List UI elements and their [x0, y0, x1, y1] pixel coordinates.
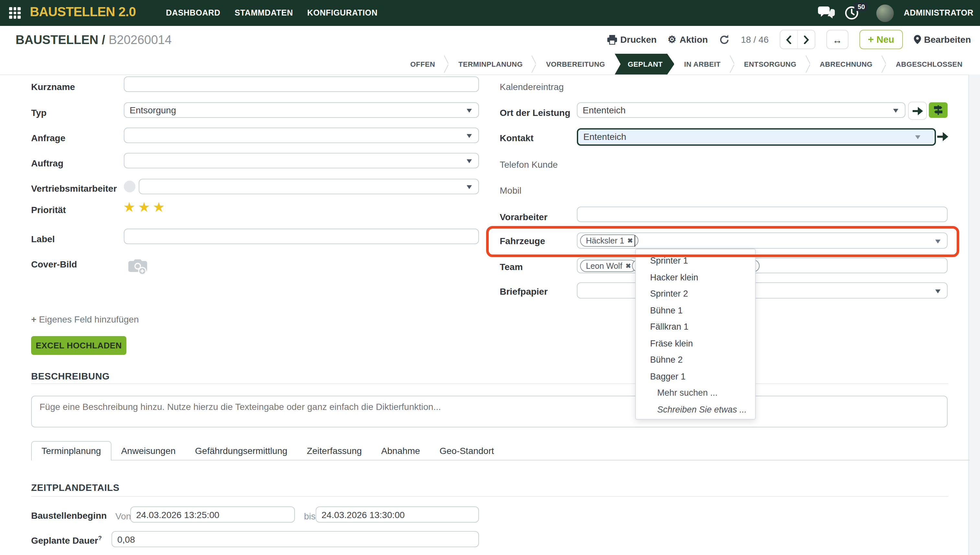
menu-konfiguration[interactable]: KONFIGURATION	[307, 8, 378, 18]
dropdown-option[interactable]: Fräse klein	[636, 335, 755, 352]
status-step-offen[interactable]: OFFEN	[402, 60, 444, 68]
print-button[interactable]: Drucken	[607, 34, 657, 45]
expand-toggle-button[interactable]: ↔	[826, 30, 848, 49]
navbar-right-cluster: 50 ADMINISTRATOR	[818, 0, 974, 26]
status-step-vorbereitung[interactable]: VORBEREITUNG	[537, 60, 613, 68]
tab-geo-standort[interactable]: Geo-Standort	[430, 442, 504, 460]
menu-dashboard[interactable]: DASHBOARD	[166, 8, 220, 18]
dropdown-option[interactable]: Hacker klein	[636, 269, 755, 286]
anfrage-select[interactable]	[124, 128, 479, 143]
fahrzeuge-dropdown: Sprinter 1 Hacker klein Sprinter 2 Bühne…	[635, 249, 756, 420]
dropdown-search-more[interactable]: Mehr suchen ...	[636, 385, 755, 401]
vertriebsmitarbeiter-select[interactable]	[139, 179, 479, 194]
cover-bild-label: Cover-Bild	[31, 259, 77, 269]
kontakt-open-record-button[interactable]	[937, 132, 948, 144]
breadcrumb: BAUSTELLEN / B20260014	[16, 33, 172, 47]
status-step-in-arbeit[interactable]: IN ARBEIT	[676, 60, 729, 68]
beschreibung-heading: BESCHREIBUNG	[31, 371, 109, 382]
dropdown-option[interactable]: Bühne 1	[636, 302, 755, 319]
breadcrumb-model[interactable]: BAUSTELLEN	[16, 33, 98, 47]
tab-zeiterfassung[interactable]: Zeiterfassung	[297, 442, 372, 460]
camera-plus-icon[interactable]	[128, 258, 148, 279]
user-name[interactable]: ADMINISTRATOR	[904, 8, 974, 18]
tab-anweisungen[interactable]: Anweisungen	[111, 442, 185, 460]
tag-remove-icon[interactable]: ✖	[628, 237, 633, 244]
tab-terminplanung[interactable]: Terminplanung	[31, 441, 111, 460]
status-step-geplant-active[interactable]: GEPLANT	[615, 54, 674, 74]
status-step-entsorgung[interactable]: ENTSORGUNG	[735, 60, 805, 68]
tab-gefaehrdungsermittlung[interactable]: Gefährdungsermittlung	[185, 442, 297, 460]
refresh-icon[interactable]	[719, 34, 730, 45]
excel-upload-button[interactable]: EXCEL HOCHLADEN	[31, 336, 126, 355]
add-custom-field-link[interactable]: + Eigenes Feld hinzufügen	[31, 314, 139, 324]
step-separator	[805, 56, 811, 72]
tag-remove-icon[interactable]: ✖	[626, 262, 631, 269]
apps-grid-icon[interactable]	[9, 7, 21, 19]
dropdown-option[interactable]: Bagger 1	[636, 368, 755, 385]
zeitplandetails-heading: ZEITPLANDETAILS	[31, 483, 119, 493]
app-logo[interactable]: BAUSTELLEN 2.0	[30, 5, 136, 19]
chevron-right-icon	[804, 35, 809, 44]
kurzname-input[interactable]	[124, 76, 479, 92]
help-hint-icon[interactable]: ?	[98, 535, 102, 541]
menu-stammdaten[interactable]: STAMMDATEN	[235, 8, 293, 18]
step-separator	[729, 56, 735, 72]
beschreibung-textarea[interactable]	[31, 396, 948, 427]
edit-button[interactable]: Bearbeiten	[914, 34, 971, 45]
breadcrumb-separator: /	[102, 33, 105, 47]
team-multiselect[interactable]: Leon Wolf ✖	[577, 258, 948, 273]
action-menu-button[interactable]: ⚙ Aktion	[668, 34, 708, 45]
plus-icon: +	[868, 34, 874, 45]
tab-abnahme[interactable]: Abnahme	[372, 442, 430, 460]
prev-record-button[interactable]	[780, 30, 797, 48]
activity-clock-icon[interactable]: 50	[845, 5, 867, 21]
team-tag[interactable]: Leon Wolf ✖	[580, 260, 637, 272]
user-avatar[interactable]	[877, 4, 894, 22]
vorarbeiter-input[interactable]	[577, 207, 948, 222]
map-signs-button[interactable]	[929, 102, 948, 118]
scrollbar-track[interactable]	[968, 74, 980, 555]
text-cursor	[634, 235, 635, 247]
geplante-dauer-label: Geplante Dauer?	[31, 535, 102, 545]
dropdown-arrow-icon	[915, 135, 920, 139]
kontakt-select-focused[interactable]: Ententeich	[577, 128, 936, 146]
dropdown-option[interactable]: Sprinter 1	[636, 253, 755, 269]
team-label: Team	[500, 261, 523, 272]
top-navbar: BAUSTELLEN 2.0 DASHBOARD STAMMDATEN KONF…	[0, 0, 980, 26]
vorarbeiter-label: Vorarbeiter	[500, 212, 547, 222]
bis-datetime-input[interactable]	[315, 507, 479, 523]
status-step-abrechnung[interactable]: ABRECHNUNG	[811, 60, 881, 68]
typ-select[interactable]: Entsorgung	[124, 102, 479, 118]
fahrzeuge-multiselect[interactable]: Häcksler 1 ✖	[577, 233, 948, 249]
dropdown-create-entry[interactable]: Schreiben Sie etwas ...	[636, 401, 755, 418]
step-separator	[881, 56, 887, 72]
internal-link-arrow-icon	[937, 132, 948, 141]
typ-label: Typ	[31, 107, 47, 118]
prioritaet-label: Priorität	[31, 205, 66, 215]
dropdown-arrow-icon	[935, 240, 940, 244]
ort-open-record-button[interactable]	[908, 102, 927, 120]
dropdown-option[interactable]: Sprinter 2	[636, 286, 755, 302]
dropdown-option[interactable]: Bühne 2	[636, 352, 755, 368]
status-step-abgeschlossen[interactable]: ABGESCHLOSSEN	[887, 60, 971, 68]
priority-stars-icon[interactable]: ★★★	[123, 199, 167, 215]
ort-der-leistung-select[interactable]: Ententeich	[577, 102, 906, 118]
next-record-button[interactable]	[797, 30, 815, 48]
fahrzeuge-tag[interactable]: Häcksler 1 ✖	[580, 234, 639, 247]
dropdown-arrow-icon	[935, 289, 940, 294]
von-datetime-input[interactable]	[130, 507, 295, 523]
anfrage-label: Anfrage	[31, 133, 66, 143]
kalendereintrag-label[interactable]: Kalendereintrag	[500, 82, 564, 92]
label-input[interactable]	[124, 229, 479, 244]
salesperson-avatar	[124, 181, 135, 192]
briefpapier-select[interactable]	[577, 282, 948, 298]
label-label: Label	[31, 234, 55, 244]
auftrag-select[interactable]	[124, 153, 479, 168]
status-step-terminplanung[interactable]: TERMINPLANUNG	[450, 60, 531, 68]
map-pin-icon	[914, 35, 921, 44]
chat-icon[interactable]	[818, 6, 835, 19]
dropdown-option[interactable]: Fällkran 1	[636, 319, 755, 335]
step-separator	[444, 56, 450, 72]
geplante-dauer-input[interactable]	[111, 531, 479, 547]
new-record-button[interactable]: + Neu	[859, 30, 903, 49]
